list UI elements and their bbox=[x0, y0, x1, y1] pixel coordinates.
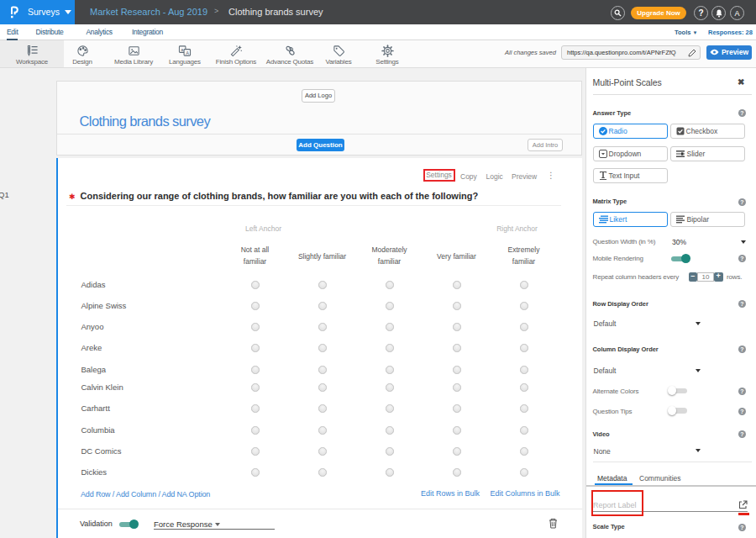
svg-text:A: A bbox=[186, 50, 189, 55]
